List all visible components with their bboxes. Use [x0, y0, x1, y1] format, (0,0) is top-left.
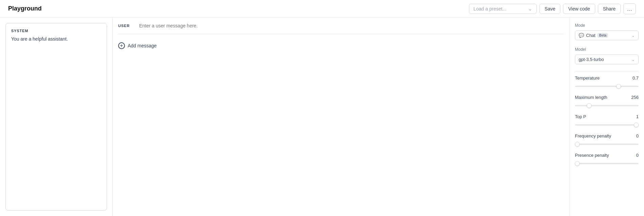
more-button[interactable]: ...: [623, 3, 636, 14]
presence-value: 0: [636, 153, 639, 158]
chat-icon: 💬: [579, 33, 584, 38]
top-p-row: Top P 1: [575, 114, 639, 119]
user-message-input[interactable]: [139, 23, 564, 28]
max-length-value: 256: [631, 95, 639, 100]
frequency-label: Frequency penalty: [575, 133, 611, 138]
temperature-label: Temperature: [575, 75, 600, 81]
chat-mode-label: Chat: [586, 33, 595, 38]
divider-1: [575, 71, 639, 71]
save-button[interactable]: Save: [539, 4, 560, 14]
max-length-label: Maximum length: [575, 95, 607, 100]
add-circle-icon: +: [118, 42, 125, 49]
header: Playground Load a preset... ⌄ Save View …: [0, 0, 644, 18]
top-p-slider-container: [575, 121, 639, 127]
main-layout: SYSTEM You are a helpful assistant. USER…: [0, 18, 644, 216]
add-message-button[interactable]: + Add message: [118, 40, 564, 52]
presence-row: Presence penalty 0: [575, 153, 639, 158]
presence-slider[interactable]: [575, 163, 639, 164]
max-length-slider-container: [575, 102, 639, 107]
chevron-down-icon: ⌄: [528, 6, 532, 12]
user-role-label: USER: [118, 23, 135, 28]
model-name: gpt-3.5-turbo: [579, 57, 604, 62]
frequency-slider-container: [575, 141, 639, 146]
page-title: Playground: [8, 5, 42, 12]
beta-badge: Beta: [597, 33, 608, 38]
top-p-section: Top P 1: [575, 114, 639, 127]
preset-dropdown[interactable]: Load a preset... ⌄: [469, 4, 537, 14]
header-actions: Load a preset... ⌄ Save View code Share …: [469, 3, 636, 14]
mode-inner: 💬 Chat Beta: [579, 33, 608, 38]
view-code-button[interactable]: View code: [563, 4, 595, 14]
add-message-label: Add message: [128, 43, 157, 48]
frequency-slider[interactable]: [575, 144, 639, 145]
temperature-slider-container: [575, 83, 639, 88]
system-content[interactable]: You are a helpful assistant.: [11, 36, 101, 42]
temperature-section: Temperature 0.7: [575, 75, 639, 88]
model-chevron-icon: ⌄: [631, 57, 635, 62]
max-length-slider[interactable]: [575, 105, 639, 106]
top-p-value: 1: [636, 114, 639, 119]
model-section: Model gpt-3.5-turbo ⌄: [575, 47, 639, 64]
top-p-label: Top P: [575, 114, 586, 119]
system-label: SYSTEM: [11, 29, 101, 33]
settings-panel: Mode 💬 Chat Beta ⌄ Model gpt-3.5-turbo ⌄: [570, 18, 644, 216]
presence-section: Presence penalty 0: [575, 153, 639, 165]
top-p-slider[interactable]: [575, 124, 639, 126]
model-dropdown[interactable]: gpt-3.5-turbo ⌄: [575, 55, 639, 64]
temperature-value: 0.7: [632, 75, 639, 81]
frequency-section: Frequency penalty 0: [575, 133, 639, 146]
presence-label: Presence penalty: [575, 153, 609, 158]
share-button[interactable]: Share: [598, 4, 621, 14]
mode-section: Mode 💬 Chat Beta ⌄: [575, 23, 639, 40]
user-message-row: USER: [118, 23, 564, 34]
model-label: Model: [575, 47, 639, 52]
mode-label: Mode: [575, 23, 639, 28]
mode-dropdown[interactable]: 💬 Chat Beta ⌄: [575, 30, 639, 40]
chat-area: USER + Add message: [112, 18, 570, 216]
temperature-slider[interactable]: [575, 86, 639, 87]
preset-placeholder: Load a preset...: [473, 6, 506, 12]
frequency-value: 0: [636, 133, 639, 138]
temperature-row: Temperature 0.7: [575, 75, 639, 81]
max-length-row: Maximum length 256: [575, 95, 639, 100]
mode-chevron-icon: ⌄: [631, 33, 635, 38]
frequency-row: Frequency penalty 0: [575, 133, 639, 138]
system-panel: SYSTEM You are a helpful assistant.: [5, 23, 107, 211]
presence-slider-container: [575, 160, 639, 165]
max-length-section: Maximum length 256: [575, 95, 639, 107]
